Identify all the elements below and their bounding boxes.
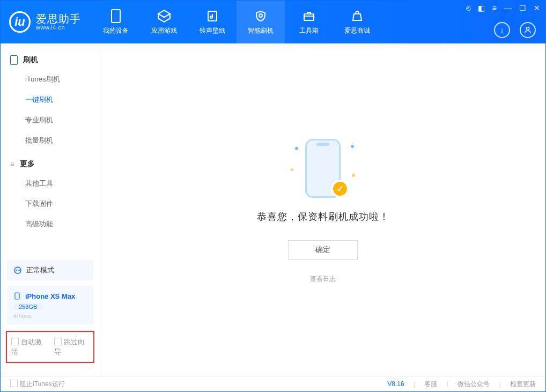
view-log-link[interactable]: 查看日志 [310, 275, 336, 284]
version-label: V8.16 [387, 380, 404, 388]
footer: 阻止iTunes运行 V8.16 | 客服 | 微信公众号 | 检查更新 [1, 376, 545, 392]
device-mode-box[interactable]: 正常模式 [7, 260, 93, 280]
footer-link-update[interactable]: 检查更新 [510, 380, 536, 388]
sidebar-item-advanced[interactable]: 高级功能 [1, 214, 100, 234]
tab-label: 我的设备 [103, 26, 129, 35]
svg-rect-4 [304, 14, 314, 20]
download-button[interactable]: ↓ [494, 22, 510, 38]
close-button[interactable]: ✕ [534, 4, 540, 12]
tab-ringtones-wallpapers[interactable]: 铃声壁纸 [188, 1, 237, 43]
shirt-icon[interactable]: ⎋ [466, 4, 470, 12]
device-type-label: iPhone [13, 313, 87, 319]
tab-smart-flash[interactable]: 智能刷机 [237, 1, 285, 43]
tab-label: 铃声壁纸 [200, 26, 225, 35]
success-message: 恭喜您，保资料刷机成功啦！ [257, 210, 389, 223]
sidebar-heading-label: 更多 [20, 159, 35, 169]
device-icon [109, 9, 123, 23]
window-controls: ⎋ ◧ ≡ — ☐ ✕ [466, 4, 540, 12]
footer-link-wechat[interactable]: 微信公众号 [458, 380, 490, 388]
nav-tabs: 我的设备 应用游戏 铃声壁纸 智能刷机 工具箱 [92, 1, 381, 43]
device-storage-badge: 256GB [13, 303, 42, 310]
sidebar-item-oneclick-flash[interactable]: 一键刷机 [1, 90, 100, 110]
sidebar-item-pro-flash[interactable]: 专业刷机 [1, 110, 100, 130]
logo[interactable]: iu 爱思助手 www.i4.cn [9, 11, 81, 33]
sidebar-heading-more: ≡ 更多 [1, 155, 100, 173]
success-illustration: ✓ [291, 136, 355, 201]
store-icon [350, 9, 364, 23]
tab-my-device[interactable]: 我的设备 [92, 1, 140, 43]
maximize-button[interactable]: ☐ [519, 4, 526, 12]
tab-store[interactable]: 爱思商城 [333, 1, 381, 43]
menu-icon[interactable]: ≡ [492, 4, 497, 12]
block-itunes-option[interactable]: 阻止iTunes运行 [10, 380, 65, 389]
header: iu 爱思助手 www.i4.cn 我的设备 应用游戏 铃声壁纸 智能刷 [1, 1, 545, 43]
skip-guide-option[interactable]: 跳过向导 [54, 337, 90, 357]
svg-rect-9 [15, 293, 19, 299]
music-icon [205, 9, 219, 23]
phone-outline-icon [10, 55, 18, 65]
tab-label: 应用游戏 [151, 26, 177, 35]
app-subtitle: www.i4.cn [36, 24, 81, 31]
tab-label: 工具箱 [299, 26, 319, 35]
checkbox-icon [10, 380, 18, 387]
checkbox-icon [11, 338, 19, 345]
tab-label: 智能刷机 [248, 26, 274, 35]
sidebar-heading-label: 刷机 [23, 55, 38, 65]
tab-label: 爱思商城 [344, 26, 370, 35]
device-name-label: iPhone XS Max [25, 292, 75, 300]
options-highlight-box: 自动激活 跳过向导 [6, 331, 94, 363]
sidebar-heading-flash: 刷机 [1, 51, 100, 69]
logo-icon: iu [9, 11, 31, 33]
user-button[interactable] [520, 22, 536, 38]
svg-point-8 [18, 270, 20, 271]
sidebar: 刷机 iTunes刷机 一键刷机 专业刷机 批量刷机 ≡ 更多 其他工具 下载固… [1, 43, 100, 376]
svg-point-7 [16, 270, 17, 271]
sidebar-item-itunes-flash[interactable]: iTunes刷机 [1, 69, 100, 90]
svg-point-6 [14, 267, 21, 273]
cube-icon [157, 9, 171, 23]
footer-link-support[interactable]: 客服 [424, 380, 437, 388]
svg-point-3 [259, 14, 262, 17]
more-icon: ≡ [10, 160, 14, 168]
shield-icon [254, 9, 268, 23]
sidebar-item-batch-flash[interactable]: 批量刷机 [1, 130, 100, 151]
tab-apps-games[interactable]: 应用游戏 [140, 1, 188, 43]
phone-icon [13, 291, 21, 301]
sidebar-item-download-firmware[interactable]: 下载固件 [1, 194, 100, 214]
minimize-button[interactable]: — [504, 4, 512, 12]
svg-point-5 [526, 27, 529, 30]
device-mode-label: 正常模式 [26, 265, 54, 275]
sidebar-item-other-tools[interactable]: 其他工具 [1, 173, 100, 194]
toolbox-icon [302, 9, 316, 23]
app-title: 爱思助手 [36, 13, 81, 24]
option-label: 阻止iTunes运行 [20, 380, 65, 388]
device-info-box[interactable]: iPhone XS Max 256GB iPhone [7, 286, 93, 324]
sync-icon [13, 266, 22, 275]
theme-icon[interactable]: ◧ [478, 4, 485, 12]
check-icon: ✓ [331, 180, 349, 197]
svg-point-2 [210, 16, 212, 18]
svg-marker-0 [158, 10, 170, 17]
tab-toolbox[interactable]: 工具箱 [285, 1, 333, 43]
checkbox-icon [54, 338, 62, 345]
auto-activate-option[interactable]: 自动激活 [11, 337, 47, 357]
main-content: ✓ 恭喜您，保资料刷机成功啦！ 确定 查看日志 [100, 43, 545, 376]
ok-button[interactable]: 确定 [288, 240, 358, 260]
